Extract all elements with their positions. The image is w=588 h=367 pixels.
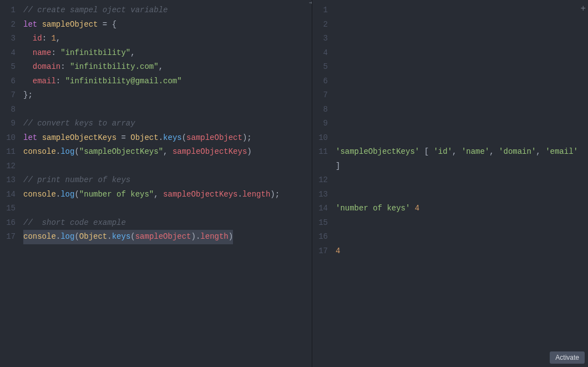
token: : — [51, 48, 55, 57]
token: // convert keys to array — [23, 119, 135, 128]
token — [23, 77, 33, 86]
token: ( — [74, 147, 79, 156]
code-line[interactable]: // convert keys to array — [23, 117, 306, 131]
code-left[interactable]: // create sampel oject variablelet sampl… — [23, 3, 312, 244]
token — [107, 20, 111, 29]
line-number: 2 — [0, 18, 16, 32]
token: console — [23, 147, 56, 156]
token — [37, 133, 42, 142]
token: 'email' — [545, 147, 578, 156]
line-number: 1 — [312, 3, 328, 18]
line-number: 5 — [0, 60, 16, 74]
token: domain — [33, 62, 60, 71]
code-line[interactable]: id: 1, — [23, 32, 306, 46]
token: 'domain' — [499, 147, 536, 156]
token — [56, 48, 60, 57]
token: email — [33, 77, 56, 86]
code-line — [336, 32, 582, 46]
code-line[interactable]: email: "infinitbility@gmail.com" — [23, 74, 306, 89]
token: sampleObject — [135, 232, 191, 241]
code-line[interactable]: }; — [23, 88, 306, 103]
output-pane: + 1234567891011121314151617 'sampleObjec… — [312, 0, 588, 367]
token: : — [56, 77, 60, 86]
line-number: 6 — [312, 74, 328, 89]
line-number: 16 — [312, 230, 328, 244]
code-line[interactable]: // print number of keys — [23, 173, 306, 188]
token — [578, 147, 582, 156]
code-line: 'sampleObjectKeys' [ 'id', 'name', 'doma… — [336, 145, 582, 173]
code-line[interactable]: console.log("sampleObjectKeys", sampleOb… — [23, 145, 306, 159]
token: sampleObject — [186, 133, 242, 142]
activate-button[interactable]: Activate — [550, 351, 585, 364]
token: "number of keys" — [79, 190, 154, 199]
token: . — [238, 190, 242, 199]
token: , — [154, 190, 158, 199]
line-number: 7 — [0, 88, 16, 103]
token: , — [452, 147, 462, 156]
gutter-left: 1234567891011121314151617 — [0, 3, 23, 244]
token: ; — [247, 133, 251, 142]
line-number: 9 — [0, 117, 16, 131]
token: , — [536, 147, 545, 156]
editor-container: 1234567891011121314151617 // create samp… — [0, 0, 588, 367]
line-number: 15 — [312, 216, 328, 230]
token: length — [242, 190, 270, 199]
line-number: 11 — [312, 145, 328, 159]
code-line[interactable]: console.log("number of keys", sampleObje… — [23, 188, 306, 202]
code-line[interactable]: console.log(Object.keys(sampleObject).le… — [23, 230, 306, 244]
code-line[interactable]: domain: "infinitbility.com", — [23, 60, 306, 74]
token: = — [103, 20, 107, 29]
token: sampleObjectKeys — [163, 190, 237, 199]
code-line — [336, 103, 582, 117]
code-line[interactable] — [23, 159, 306, 174]
line-number: 10 — [0, 131, 16, 145]
token: let — [23, 133, 37, 142]
token: Object — [79, 232, 107, 241]
token: [ — [424, 147, 429, 156]
code-line[interactable] — [23, 103, 306, 117]
token: log — [60, 232, 74, 241]
line-number: 10 — [312, 131, 328, 145]
token — [410, 204, 414, 213]
token — [419, 147, 424, 156]
code-line[interactable] — [23, 202, 306, 216]
code-line — [336, 3, 582, 18]
line-number: 16 — [0, 216, 16, 230]
line-number: 12 — [312, 173, 328, 188]
line-number: 12 — [0, 159, 16, 174]
line-number: 11 — [0, 145, 16, 159]
token: // short code example — [23, 218, 126, 227]
token: ) — [229, 232, 233, 241]
token: ) — [191, 232, 196, 241]
line-number: 6 — [0, 74, 16, 89]
gutter-right: 1234567891011121314151617 — [312, 3, 336, 258]
code-line — [336, 74, 582, 89]
code-editor-pane[interactable]: 1234567891011121314151617 // create samp… — [0, 0, 312, 367]
code-line[interactable]: let sampleObject = { — [23, 18, 306, 32]
token: 1 — [51, 34, 55, 43]
line-number: 1 — [0, 3, 16, 18]
token — [65, 62, 70, 71]
line-number: 2 — [312, 18, 328, 32]
line-number: 4 — [312, 46, 328, 61]
token — [60, 77, 65, 86]
code-line[interactable]: // short code example — [23, 216, 306, 230]
token: { — [112, 20, 116, 29]
code-line: 4 — [336, 244, 582, 259]
token — [126, 133, 130, 142]
code-area[interactable]: 1234567891011121314151617 // create samp… — [0, 0, 312, 244]
output-right: 'sampleObjectKeys' [ 'id', 'name', 'doma… — [336, 3, 588, 258]
token: "infinitbility@gmail.com" — [65, 77, 182, 86]
token: "sampleObjectKeys" — [79, 147, 163, 156]
add-icon[interactable]: + — [580, 4, 586, 13]
line-number: 8 — [312, 103, 328, 117]
token: ( — [74, 190, 79, 199]
token: . — [56, 190, 60, 199]
token: , — [130, 48, 135, 57]
token: ( — [130, 232, 135, 241]
token: . — [159, 133, 163, 142]
code-line[interactable]: let sampleObjectKeys = Object.keys(sampl… — [23, 131, 306, 145]
token — [23, 62, 33, 71]
code-line[interactable]: name: "infinitbility", — [23, 46, 306, 61]
code-line[interactable]: // create sampel oject variable — [23, 3, 306, 18]
